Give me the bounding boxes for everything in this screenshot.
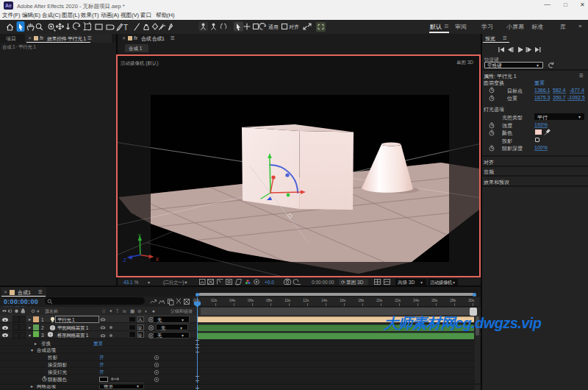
svg-text:fx: fx	[123, 309, 127, 313]
svg-text:▦: ▦	[130, 308, 135, 313]
svg-text:⊘: ⊘	[137, 308, 141, 313]
svg-text:●: ●	[152, 308, 155, 313]
svg-text:◐: ◐	[145, 308, 148, 313]
svg-text:#: #	[37, 309, 40, 313]
svg-text:✦: ✦	[109, 308, 113, 313]
svg-text:T: T	[123, 24, 128, 32]
svg-text:⥝: ⥝	[116, 308, 118, 313]
svg-text:☃: ☃	[101, 308, 106, 313]
